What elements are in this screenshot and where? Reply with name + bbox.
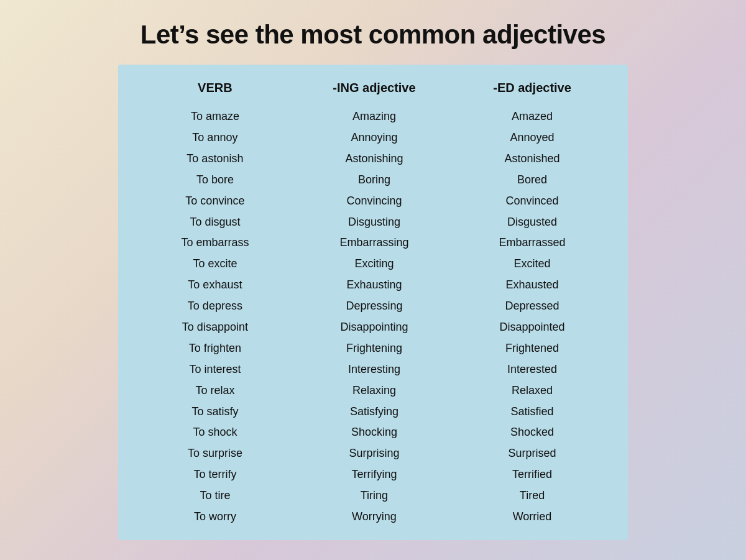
cell-r8-c1: Exhausting	[293, 275, 455, 296]
table-row: To astonishAstonishingAstonished	[137, 149, 609, 170]
cell-r17-c1: Terrifying	[293, 464, 455, 485]
adjectives-table: VERB-ING adjective-ED adjective To amaze…	[137, 75, 609, 528]
cell-r1-c1: Annoying	[293, 127, 455, 149]
table-row: To annoyAnnoyingAnnoyed	[137, 127, 609, 149]
table-row: To disgustDisgustingDisgusted	[137, 212, 609, 233]
cell-r14-c1: Satisfying	[293, 402, 455, 423]
cell-r3-c2: Bored	[455, 170, 609, 191]
cell-r19-c2: Worried	[455, 507, 609, 528]
cell-r6-c1: Embarrassing	[293, 232, 455, 254]
cell-r5-c1: Disgusting	[293, 212, 455, 233]
cell-r12-c0: To interest	[137, 359, 293, 380]
table-row: To embarrassEmbarrassingEmbarrassed	[137, 232, 609, 254]
cell-r5-c2: Disgusted	[455, 212, 609, 233]
table-row: To tireTiringTired	[137, 485, 609, 507]
cell-r18-c1: Tiring	[293, 485, 455, 507]
cell-r19-c0: To worry	[137, 507, 293, 528]
table-row: To convinceConvincingConvinced	[137, 191, 609, 212]
cell-r17-c2: Terrified	[455, 464, 609, 485]
cell-r13-c0: To relax	[137, 380, 293, 402]
cell-r11-c1: Frightening	[293, 338, 455, 359]
cell-r4-c0: To convince	[137, 191, 293, 212]
cell-r9-c0: To depress	[137, 296, 293, 317]
cell-r0-c0: To amaze	[137, 106, 293, 127]
table-row: To frightenFrighteningFrightened	[137, 338, 609, 359]
cell-r16-c1: Surprising	[293, 443, 455, 464]
cell-r8-c2: Exhausted	[455, 275, 609, 296]
table-row: To disappointDisappointingDisappointed	[137, 317, 609, 338]
cell-r2-c0: To astonish	[137, 149, 293, 170]
cell-r13-c1: Relaxing	[293, 380, 455, 402]
table-row: To relaxRelaxingRelaxed	[137, 380, 609, 402]
cell-r10-c2: Disappointed	[455, 317, 609, 338]
cell-r8-c0: To exhaust	[137, 275, 293, 296]
cell-r2-c1: Astonishing	[293, 149, 455, 170]
cell-r14-c2: Satisfied	[455, 402, 609, 423]
cell-r10-c1: Disappointing	[293, 317, 455, 338]
cell-r6-c2: Embarrassed	[455, 232, 609, 254]
table-row: To boreBoringBored	[137, 170, 609, 191]
table-row: To worryWorryingWorried	[137, 507, 609, 528]
table-row: To exciteExcitingExcited	[137, 254, 609, 275]
cell-r0-c1: Amazing	[293, 106, 455, 127]
cell-r4-c2: Convinced	[455, 191, 609, 212]
cell-r10-c0: To disappoint	[137, 317, 293, 338]
cell-r1-c2: Annoyed	[455, 127, 609, 149]
column-header-0: VERB	[137, 75, 293, 106]
cell-r16-c2: Surprised	[455, 443, 609, 464]
cell-r3-c0: To bore	[137, 170, 293, 191]
cell-r11-c2: Frightened	[455, 338, 609, 359]
cell-r19-c1: Worrying	[293, 507, 455, 528]
cell-r4-c1: Convincing	[293, 191, 455, 212]
cell-r3-c1: Boring	[293, 170, 455, 191]
table-row: To terrifyTerrifyingTerrified	[137, 464, 609, 485]
cell-r7-c2: Excited	[455, 254, 609, 275]
column-header-1: -ING adjective	[293, 75, 455, 106]
cell-r1-c0: To annoy	[137, 127, 293, 149]
cell-r17-c0: To terrify	[137, 464, 293, 485]
cell-r0-c2: Amazed	[455, 106, 609, 127]
cell-r7-c1: Exciting	[293, 254, 455, 275]
table-row: To satisfySatisfyingSatisfied	[137, 402, 609, 423]
cell-r12-c2: Interested	[455, 359, 609, 380]
column-header-2: -ED adjective	[455, 75, 609, 106]
table-row: To depressDepressingDepressed	[137, 296, 609, 317]
table-row: To shockShockingShocked	[137, 422, 609, 443]
cell-r13-c2: Relaxed	[455, 380, 609, 402]
cell-r18-c0: To tire	[137, 485, 293, 507]
cell-r15-c1: Shocking	[293, 422, 455, 443]
cell-r15-c0: To shock	[137, 422, 293, 443]
table-row: To interestInterestingInterested	[137, 359, 609, 380]
cell-r7-c0: To excite	[137, 254, 293, 275]
cell-r16-c0: To surprise	[137, 443, 293, 464]
adjectives-table-wrapper: VERB-ING adjective-ED adjective To amaze…	[118, 65, 628, 540]
cell-r2-c2: Astonished	[455, 149, 609, 170]
cell-r5-c0: To disgust	[137, 212, 293, 233]
cell-r6-c0: To embarrass	[137, 232, 293, 254]
page-title: Let’s see the most common adjectives	[140, 20, 606, 50]
table-row: To surpriseSurprisingSurprised	[137, 443, 609, 464]
table-row: To amazeAmazingAmazed	[137, 106, 609, 127]
cell-r14-c0: To satisfy	[137, 402, 293, 423]
cell-r9-c2: Depressed	[455, 296, 609, 317]
cell-r11-c0: To frighten	[137, 338, 293, 359]
table-row: To exhaustExhaustingExhausted	[137, 275, 609, 296]
cell-r15-c2: Shocked	[455, 422, 609, 443]
cell-r18-c2: Tired	[455, 485, 609, 507]
cell-r12-c1: Interesting	[293, 359, 455, 380]
cell-r9-c1: Depressing	[293, 296, 455, 317]
